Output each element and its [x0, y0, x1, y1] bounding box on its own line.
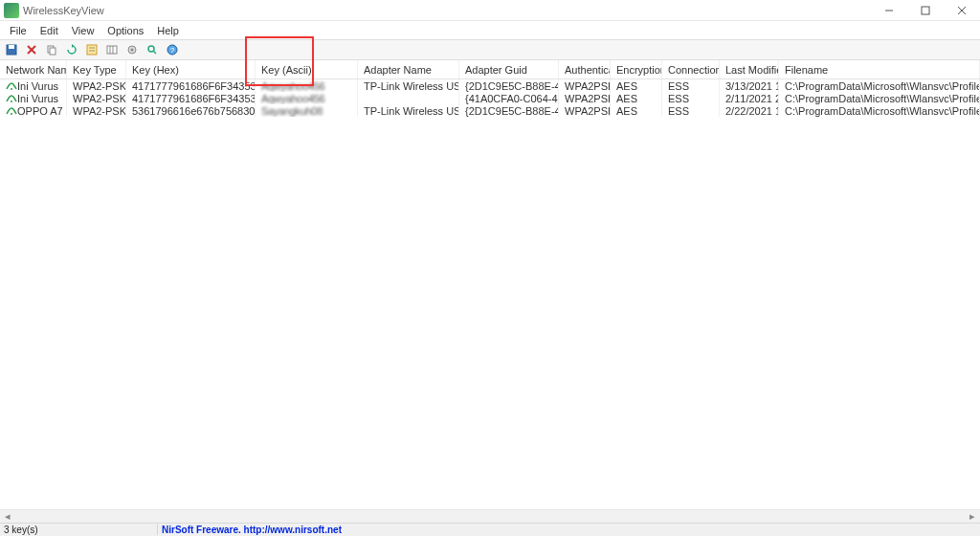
menu-help[interactable]: Help	[151, 23, 185, 38]
cell-adapter-guid: {2D1C9E5C-B88E-4CA5-AD87-E78...	[459, 79, 559, 92]
svg-rect-5	[9, 45, 14, 49]
svg-point-24	[11, 100, 12, 102]
cell-key-ascii: Aqwyahoo456	[261, 80, 324, 92]
col-adapter-name[interactable]: Adapter Name	[358, 60, 459, 78]
status-credit[interactable]: NirSoft Freeware. http://www.nirsoft.net	[158, 525, 342, 535]
col-encryption[interactable]: Encryption	[611, 60, 662, 78]
cell-connection-type: ESS	[662, 79, 720, 92]
grid-body[interactable]: Ini VurusWPA2-PSK4171777961686F6F3435360…	[0, 79, 980, 117]
svg-marker-10	[72, 44, 74, 48]
svg-rect-1	[922, 7, 929, 14]
col-key-type[interactable]: Key Type	[67, 60, 126, 78]
cell-network-name: OPPO A7	[17, 105, 63, 117]
svg-rect-11	[87, 45, 97, 55]
cell-last-modified: 3/13/2021 10:51:55...	[720, 79, 779, 92]
save-icon[interactable]	[2, 41, 21, 58]
properties-icon[interactable]	[82, 41, 101, 58]
cell-filename: C:\ProgramData\Microsoft\Wlansvc\Profile…	[779, 79, 980, 92]
cell-authentication: WPA2PSK	[559, 79, 611, 92]
refresh-icon[interactable]	[62, 41, 81, 58]
cell-authentication: WPA2PSK	[559, 104, 611, 117]
cell-key-type: WPA2-PSK	[67, 92, 126, 104]
status-count: 3 key(s)	[0, 525, 158, 535]
cell-key-hex: 4171777961686F6F34353600	[126, 79, 256, 92]
horizontal-scrollbar[interactable]: ◂ ▸	[0, 509, 980, 523]
cell-encryption: AES	[611, 79, 662, 92]
menu-file[interactable]: File	[4, 23, 33, 38]
cell-key-hex: 4171777961686F6F34353600	[126, 92, 256, 104]
col-connection-type[interactable]: Connection Ty...	[662, 60, 720, 78]
delete-icon[interactable]	[22, 41, 41, 58]
menu-view[interactable]: View	[66, 23, 100, 38]
columns-icon[interactable]	[102, 41, 122, 58]
col-key-ascii[interactable]: Key (Ascii)	[256, 60, 358, 78]
wifi-icon	[6, 81, 17, 91]
toolbar: ?	[0, 39, 980, 60]
svg-point-23	[11, 88, 12, 90]
table-row[interactable]: OPPO A7WPA2-PSK5361796616e676b7568303800…	[0, 104, 980, 117]
table-row[interactable]: Ini VurusWPA2-PSK4171777961686F6F3435360…	[0, 79, 980, 92]
cell-key-ascii: Aqwyahoo456	[261, 93, 324, 104]
cell-adapter-name: TP-Link Wireless USB Adapter	[358, 104, 459, 117]
wifi-icon	[6, 94, 17, 103]
statusbar: 3 key(s) NirSoft Freeware. http://www.ni…	[0, 523, 980, 536]
titlebar[interactable]: WirelessKeyView	[0, 0, 980, 21]
cell-key-type: WPA2-PSK	[67, 79, 126, 92]
cell-network-name: Ini Vurus	[17, 80, 58, 92]
cell-key-hex: 5361796616e676b7568303800	[126, 104, 256, 117]
svg-point-25	[11, 113, 12, 115]
scroll-left-icon[interactable]: ◂	[0, 510, 15, 524]
cell-filename: C:\ProgramData\Microsoft\Wlansvc\Profile…	[779, 104, 980, 117]
wifi-icon	[6, 106, 17, 116]
col-network-name[interactable]: Network Name...▲	[0, 60, 67, 78]
col-last-modified[interactable]: Last Modified	[720, 60, 779, 78]
copy-icon[interactable]	[42, 41, 61, 58]
close-button[interactable]	[944, 0, 980, 21]
svg-rect-14	[107, 46, 117, 54]
cell-network-name: Ini Vurus	[17, 93, 58, 104]
menu-edit[interactable]: Edit	[34, 23, 64, 38]
col-key-hex[interactable]: Key (Hex)	[126, 60, 256, 78]
options-icon[interactable]	[122, 41, 142, 58]
svg-point-18	[131, 49, 134, 52]
svg-text:?: ?	[170, 46, 175, 55]
about-icon[interactable]: ?	[163, 41, 182, 58]
cell-key-type: WPA2-PSK	[67, 104, 126, 117]
cell-connection-type: ESS	[662, 104, 720, 117]
scroll-right-icon[interactable]: ▸	[965, 510, 980, 524]
cell-authentication: WPA2PSK	[559, 92, 611, 104]
col-filename[interactable]: Filename	[779, 60, 980, 78]
col-adapter-guid[interactable]: Adapter Guid	[459, 60, 559, 78]
table-row[interactable]: Ini VurusWPA2-PSK4171777961686F6F3435360…	[0, 92, 980, 104]
svg-rect-9	[50, 48, 56, 55]
cell-adapter-guid: {41A0CFA0-C064-4C52-A6DC-350...	[459, 92, 559, 104]
cell-encryption: AES	[611, 92, 662, 104]
cell-filename: C:\ProgramData\Microsoft\Wlansvc\Profile…	[779, 92, 980, 104]
scroll-track[interactable]	[15, 510, 965, 524]
cell-adapter-name	[358, 92, 459, 104]
cell-key-ascii: Sayangkuh08	[261, 105, 323, 117]
cell-last-modified: 2/11/2021 2:20:32 ...	[720, 92, 779, 104]
cell-adapter-guid: {2D1C9E5C-B88E-4CA5-AD87-E78...	[459, 104, 559, 117]
cell-last-modified: 2/22/2021 12:17:37...	[720, 104, 779, 117]
maximize-button[interactable]	[907, 0, 944, 21]
minimize-button[interactable]	[871, 0, 907, 21]
svg-line-20	[153, 51, 156, 54]
app-icon	[4, 3, 19, 18]
window-title: WirelessKeyView	[23, 5, 871, 16]
menu-options[interactable]: Options	[101, 23, 149, 38]
cell-adapter-name: TP-Link Wireless USB Adapter	[358, 79, 459, 92]
grid-header[interactable]: Network Name...▲ Key Type Key (Hex) Key …	[0, 60, 980, 79]
cell-connection-type: ESS	[662, 92, 720, 104]
col-authentication[interactable]: Authentication	[559, 60, 611, 78]
menubar[interactable]: File Edit View Options Help	[0, 21, 980, 39]
find-icon[interactable]	[143, 41, 162, 58]
cell-encryption: AES	[611, 104, 662, 117]
